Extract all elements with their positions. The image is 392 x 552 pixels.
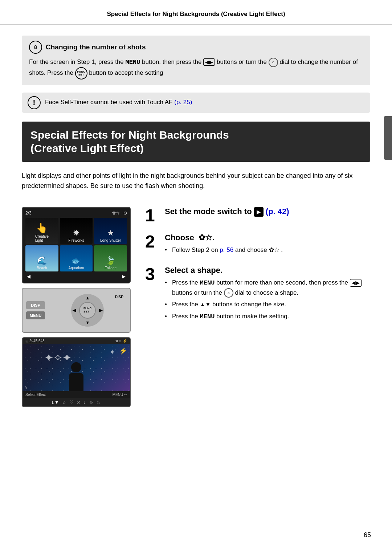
side-tab xyxy=(384,116,392,160)
divider xyxy=(22,198,370,198)
updown-arrow: ▲▼ xyxy=(200,301,211,307)
step-1-link[interactable]: (p. 42) xyxy=(266,207,289,216)
tip-body-3: buttons or turn the xyxy=(215,58,268,65)
ctrl-buttons-left: DISP MENU xyxy=(26,292,45,328)
tip-box-title: · · · 8 Changing the number of shots xyxy=(29,41,363,54)
camera-controls: DISP MENU FUNCSET ▲ ▼ ◀ ▶ xyxy=(22,288,131,333)
dpad-right[interactable]: ▶ xyxy=(99,308,102,313)
camera-grid: 👆 CreativeLight ✸ Fireworks ★ Long Shutt… xyxy=(25,218,127,271)
long-shutter-icon: ★ xyxy=(107,228,114,238)
section-title-line1: Special Effects for Night Backgrounds xyxy=(30,129,229,141)
cell-label-aquarium: Aquarium xyxy=(69,266,84,270)
icon-star[interactable]: ☆ xyxy=(62,400,66,405)
choose-symbol: ✿☆ xyxy=(269,246,279,253)
icon-heart[interactable]: ♡ xyxy=(69,400,74,405)
note-text: Face Self-Timer cannot be used with Touc… xyxy=(45,99,174,106)
preview-top-bar: ⊞ 2⁄₃45 643 ✿☆ ⚡ xyxy=(23,338,130,344)
page-container: Special Effects for Night Backgrounds (C… xyxy=(0,0,392,552)
cell-label-long-shutter: Long Shutter xyxy=(100,238,121,242)
tip-number: 8 xyxy=(34,44,37,50)
mode-switch-icon: ▶ xyxy=(254,207,264,217)
period: . xyxy=(279,246,283,253)
dpad-up[interactable]: ▲ xyxy=(85,295,90,300)
screen-icons: ✿☆ ⊙ xyxy=(112,210,127,216)
section-title-line2: (Creative Light Effect) xyxy=(30,142,144,154)
mode-indicator: â xyxy=(25,386,27,390)
body-silhouette xyxy=(69,373,83,391)
note-box: ! Face Self-Timer cannot be used with To… xyxy=(22,93,370,113)
steps-images: 2/3 ✿☆ ⊙ 👆 CreativeLight ✸ Fireworks xyxy=(22,207,134,407)
head-silhouette xyxy=(71,362,81,372)
icon-face[interactable]: ☺ xyxy=(89,400,93,405)
menu-return-label: MENU ↩ xyxy=(113,393,127,397)
ctrl-dpad-area: FUNCSET ▲ ▼ ◀ ▶ DISP xyxy=(49,292,126,328)
preview-screen: ⊞ 2⁄₃45 643 ✿☆ ⚡ ✦✧✦ ✦ xyxy=(22,337,131,407)
sparkle-effect: ✦✧✦ xyxy=(44,351,72,364)
nav-right[interactable]: ▶ xyxy=(122,274,126,279)
step-3: 3 Select a shape. Press the MENU button … xyxy=(145,266,370,324)
camera-cell-long-shutter: ★ Long Shutter xyxy=(94,218,127,244)
menu-button[interactable]: MENU xyxy=(26,311,45,319)
step-3-bullet-3: Press the MENU button to make the settin… xyxy=(165,312,370,322)
func-set-center[interactable]: FUNCSET xyxy=(79,302,96,319)
cell-label-beach: Beach xyxy=(37,266,47,270)
page-indicator: 2/3 xyxy=(25,210,32,216)
step-1: 1 Set the mode switch to ▶ (p. 42) xyxy=(145,207,370,224)
step-1-content: Set the mode switch to ▶ (p. 42) xyxy=(165,207,370,220)
section-title-box: Special Effects for Night Backgrounds (C… xyxy=(22,122,370,162)
preview-icons: L▼ ☆ ♡ ✕ ♪ ☺ ♘ xyxy=(23,398,130,406)
tip-func-set: FUNCSET xyxy=(75,67,87,79)
dial-icon-1: ○ xyxy=(224,288,233,298)
disp-label: DISP xyxy=(115,295,123,299)
camera-cell-creative: 👆 CreativeLight xyxy=(25,218,58,244)
follow-text: Follow Step 2 on xyxy=(172,246,220,253)
tip-body-1: For the screen in Step 1, press the xyxy=(29,58,126,65)
hand-icon: 👆 xyxy=(36,222,48,234)
step-1-heading: Set the mode switch to ▶ (p. 42) xyxy=(165,207,370,217)
nav-left[interactable]: ◀ xyxy=(27,274,30,279)
step-2-bullet-1: Follow Step 2 on p. 56 and choose ✿☆ . xyxy=(165,245,370,255)
tip-box: · · · 8 Changing the number of shots For… xyxy=(22,36,370,85)
icon-x[interactable]: ✕ xyxy=(77,400,81,405)
camera-cell-beach: 🌊 Beach xyxy=(25,245,58,271)
step-3-bullet-2: Press the ▲▼ buttons to change the size. xyxy=(165,300,370,309)
step-1-heading-text: Set the mode switch to xyxy=(165,207,252,216)
sparkle-effect-2: ✦ xyxy=(109,348,115,356)
tip-dots: · · · xyxy=(34,39,37,43)
preview-image-area: ✦✧✦ ✦ ⚡ â xyxy=(23,344,130,391)
dpad-left[interactable]: ◀ xyxy=(73,308,76,313)
steps-area: 2/3 ✿☆ ⊙ 👆 CreativeLight ✸ Fireworks xyxy=(22,207,370,407)
step-2-content: Choose ✿☆. Follow Step 2 on p. 56 and ch… xyxy=(165,233,370,257)
intro-text: Light displays and other points of light… xyxy=(22,171,370,192)
step-3-number: 3 xyxy=(145,266,159,283)
dpad-ring: FUNCSET ▲ ▼ ◀ ▶ xyxy=(71,294,104,327)
tip-box-heading: Changing the number of shots xyxy=(46,43,146,51)
note-link[interactable]: (p. 25) xyxy=(174,99,192,106)
section-title: Special Effects for Night Backgrounds (C… xyxy=(30,128,362,155)
icon-music[interactable]: ♪ xyxy=(83,400,86,405)
flash-symbol: ⚡ xyxy=(119,347,127,355)
step-2-link[interactable]: p. 56 xyxy=(220,246,233,253)
icon-horse[interactable]: ♘ xyxy=(96,400,101,405)
tip-arrow-btn: ◀▶ xyxy=(203,58,215,66)
dpad-down[interactable]: ▼ xyxy=(85,320,90,325)
tip-body-2: button, then press the xyxy=(140,58,203,65)
tip-box-icon: · · · 8 xyxy=(29,41,42,54)
page-number: 65 xyxy=(364,531,371,539)
header-title: Special Effects for Night Backgrounds (C… xyxy=(107,11,285,17)
menu-ref-1: MENU xyxy=(200,279,215,286)
steps-instructions: 1 Set the mode switch to ▶ (p. 42) 2 xyxy=(145,207,370,332)
camera-screen: 2/3 ✿☆ ⊙ 👆 CreativeLight ✸ Fireworks xyxy=(22,207,131,283)
person-silhouette xyxy=(69,362,83,391)
menu-ref-2: MENU xyxy=(200,313,215,320)
content-area: · · · 8 Changing the number of shots For… xyxy=(0,25,392,418)
tip-menu-text: MENU xyxy=(126,59,140,66)
step-2-heading: Choose ✿☆. xyxy=(165,233,370,242)
camera-nav: ◀ ▶ xyxy=(25,273,127,280)
step-1-number: 1 xyxy=(145,207,159,224)
icon-l[interactable]: L▼ xyxy=(52,400,59,405)
step-3-heading: Select a shape. xyxy=(165,266,370,275)
disp-button[interactable]: DISP xyxy=(26,301,45,309)
select-effect-label: Select Effect xyxy=(25,393,46,397)
cell-label-foliage: Foliage xyxy=(105,266,117,270)
